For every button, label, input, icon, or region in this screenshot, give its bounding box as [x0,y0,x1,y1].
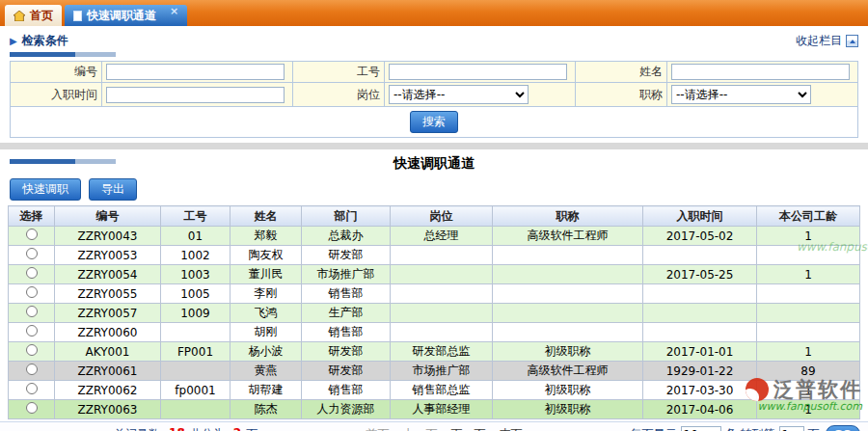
column-header: 本公司工龄 [757,206,860,227]
table-cell [493,323,643,342]
total-pages-label: 共分为: [190,426,229,431]
table-cell: 2017-05-02 [643,227,757,246]
collapse-panel-link[interactable]: 收起栏目 [796,33,858,49]
table-body: ZZRY004301郑毅总裁办总经理高级软件工程师2017-05-021ZZRY… [9,227,860,419]
go-button[interactable]: GO [826,425,860,431]
table-cell: 陶友权 [231,246,302,265]
table-cell: 研发部 [302,342,391,362]
table-cell [391,246,493,265]
table-cell: 高级软件工程师 [493,362,643,381]
export-button[interactable]: 导出 [89,178,137,201]
table-cell [391,265,493,284]
table-cell: 1 [757,400,860,419]
table-cell [757,246,860,265]
table-row[interactable]: ZZRY00571009飞鸿生产部 [9,304,860,323]
total-pages-value: 2 [233,426,241,431]
table-cell: 人力资源部 [302,400,391,419]
table-cell: fp0001 [161,381,231,400]
table-cell: 胡帮建 [231,381,302,400]
row-select-radio[interactable] [26,306,38,317]
table-cell: ZZRY0054 [55,265,161,284]
title-select[interactable]: --请选择-- [671,85,811,104]
pagination-next[interactable]: 下一页 [450,427,485,431]
per-page-label: 每页显示 [631,426,677,431]
table-row[interactable]: ZZRY0060 胡刚销售部 [9,323,860,342]
home-icon [14,11,25,21]
row-select-radio[interactable] [26,364,38,375]
row-select-radio[interactable] [26,344,38,356]
total-pages-suffix: 页 [246,426,258,431]
table-cell: 人事部经理 [391,400,493,419]
tab-home[interactable]: 首页 [5,5,62,26]
goto-page-input[interactable] [779,426,804,431]
table-row[interactable]: ZZRY0062fp0001胡帮建销售部销售部总监初级职称2017-03-301 [9,381,860,400]
table-cell: 总裁办 [302,227,391,246]
goto-page-label: 转到第 [741,426,775,431]
total-records-value: 18 [169,426,185,431]
table-cell: AKY001 [55,342,161,362]
table-row[interactable]: ZZRY0063 陈杰人力资源部人事部经理初级职称2017-04-061 [9,400,860,419]
field-label-number: 编号 [11,62,102,83]
row-select-radio[interactable] [26,325,38,337]
table-cell: ZZRY0061 [55,362,161,381]
table-cell [493,246,643,265]
table-header-row: 选择编号工号姓名部门岗位职称入职时间本公司工龄 [9,206,860,227]
position-select[interactable]: --请选择-- [389,85,529,104]
tab-close-icon[interactable]: × [170,5,178,17]
table-row[interactable]: ZZRY00541003董川民市场推广部 2017-05-251 [9,265,860,284]
tab-current-label: 快速调职通道 [87,8,156,24]
table-row[interactable]: ZZRY00551005李刚销售部 [9,284,860,304]
table-cell: ZZRY0060 [55,323,161,342]
row-select-radio[interactable] [26,229,38,240]
table-cell: ZZRY0063 [55,400,161,419]
field-label-hire-date: 入职时间 [11,83,102,107]
table-cell: FP001 [161,342,231,362]
table-cell: 初级职称 [493,342,643,362]
table-row[interactable]: ZZRY0061 黄燕研发部市场推广部高级软件工程师1929-01-2289 [9,362,860,381]
table-cell: 胡刚 [231,323,302,342]
table-cell: 2017-01-01 [643,342,757,362]
row-select-radio[interactable] [26,267,38,279]
name-input[interactable] [671,64,850,80]
table-cell: 1 [757,227,860,246]
tab-bar: 首页 快速调职通道 × [0,0,868,26]
row-select-radio[interactable] [26,383,38,394]
table-cell: 黄燕 [231,362,302,381]
section-divider [0,143,868,149]
field-label-title: 职称 [576,83,667,107]
search-button[interactable]: 搜索 [410,111,458,133]
quick-transfer-button[interactable]: 快速调职 [10,178,81,201]
row-select-radio[interactable] [26,402,38,414]
table-cell [757,304,860,323]
table-cell: 1005 [161,284,231,304]
table-cell [493,284,643,304]
search-section: ▶ 检索条件 收起栏目 编号 工号 姓名 入职时间 岗位 [0,26,868,138]
table-row[interactable]: ZZRY004301郑毅总裁办总经理高级软件工程师2017-05-021 [9,227,860,246]
section-accent-bar [10,159,116,164]
table-row[interactable]: ZZRY00531002陶友权研发部 [9,246,860,265]
column-header: 编号 [55,206,161,227]
table-cell: 1 [757,381,860,400]
employee-id-input[interactable] [389,64,567,80]
number-input[interactable] [106,64,285,80]
column-header: 入职时间 [643,206,757,227]
tab-home-label: 首页 [30,8,53,24]
hire-date-input[interactable] [106,87,285,103]
table-cell: 2017-04-06 [643,400,757,419]
row-select-radio[interactable] [26,248,38,259]
table-cell [161,323,231,342]
row-select-radio[interactable] [26,286,38,298]
footer-bar: 总记录数: 18 共分为: 2 页 首页上一页下一页末页 每页显示 条 转到第 … [0,421,868,431]
tab-current[interactable]: 快速调职通道 × [65,5,187,26]
table-cell [161,400,231,419]
table-cell: 研发部 [302,246,391,265]
table-row[interactable]: AKY001FP001杨小波研发部研发部总监初级职称2017-01-011 [9,342,860,362]
table-cell: ZZRY0043 [55,227,161,246]
pagination-last[interactable]: 末页 [499,427,522,431]
table-cell: 1 [757,342,860,362]
search-form: 编号 工号 姓名 入职时间 岗位 --请选择-- 职称 [10,61,858,138]
table-cell [493,265,643,284]
table-cell: 飞鸿 [231,304,302,323]
per-page-input[interactable] [681,426,721,431]
table-cell [643,284,757,304]
